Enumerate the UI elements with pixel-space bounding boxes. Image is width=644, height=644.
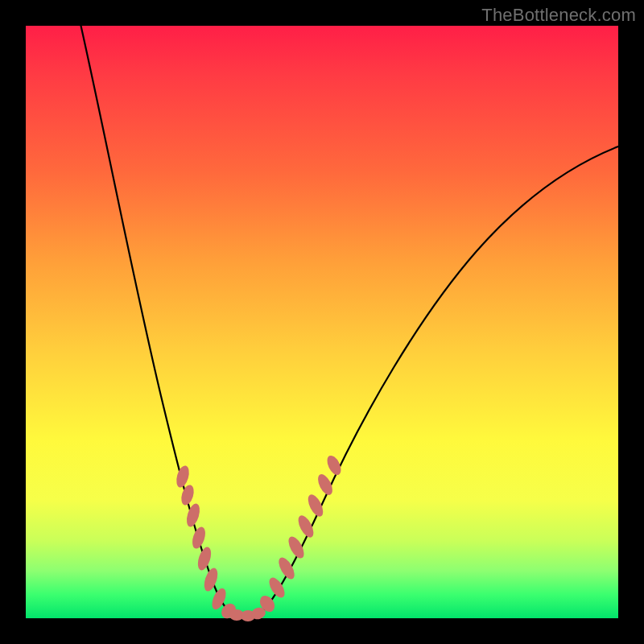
curve-layer <box>26 26 618 618</box>
bottleneck-curve-right <box>261 147 618 613</box>
svg-point-2 <box>184 502 202 529</box>
right-arm-markers <box>257 453 344 614</box>
bottleneck-curve-left <box>77 10 233 615</box>
watermark-text: TheBottleneck.com <box>481 5 636 26</box>
chart-frame: TheBottleneck.com <box>0 0 644 644</box>
svg-point-17 <box>315 472 335 497</box>
svg-point-3 <box>190 526 208 551</box>
svg-point-13 <box>275 555 297 582</box>
plot-area <box>26 26 618 618</box>
svg-point-15 <box>295 513 316 539</box>
svg-point-5 <box>201 567 220 593</box>
svg-point-4 <box>196 546 214 572</box>
svg-point-16 <box>305 492 326 518</box>
